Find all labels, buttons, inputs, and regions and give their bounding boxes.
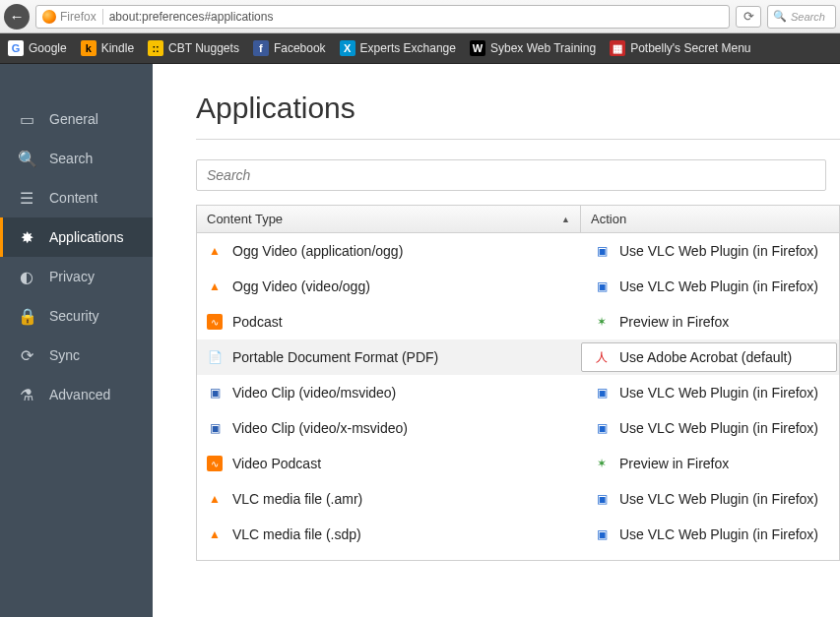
sidebar-item-label: Content [49,190,97,206]
cell-action[interactable]: ▣Use VLC Web Plugin (in Firefox) [581,243,839,259]
bookmarks-toolbar: GGooglekKindle::CBT NuggetsfFacebookXExp… [0,33,840,64]
cell-action[interactable]: ✶Preview in Firefox [581,314,839,330]
table-row[interactable]: ▲Ogg Video (video/ogg)▣Use VLC Web Plugi… [197,269,839,304]
sort-ascending-icon: ▲ [561,215,570,224]
blue-icon: ▣ [594,491,610,507]
cell-action[interactable]: 人Use Adobe Acrobat (default) [581,342,837,372]
content-type-label: Video Clip (video/x-msvideo) [232,420,408,436]
separator [102,9,103,25]
sidebar-item-general[interactable]: ▭General [0,99,153,139]
rss-icon: ∿ [207,456,223,471]
content-type-label: VLC media file (.amr) [232,491,362,507]
content-type-label: Video Clip (video/msvideo) [232,385,396,401]
cell-content-type: ▣Video Clip (video/x-msvideo) [197,420,581,436]
action-label: Use VLC Web Plugin (in Firefox) [619,526,818,542]
general-icon: ▭ [18,110,35,129]
workspace: ▭General🔍Search☰Content✸Applications◐Pri… [0,64,840,617]
applications-search-input[interactable]: Search [196,159,826,191]
sidebar-item-sync[interactable]: ⟳Sync [0,336,153,375]
bookmark-item[interactable]: GGoogle [8,40,67,56]
sidebar-item-privacy[interactable]: ◐Privacy [0,257,153,296]
privacy-icon: ◐ [18,268,35,286]
identity-label: Firefox [60,10,97,24]
sidebar-item-applications[interactable]: ✸Applications [0,217,153,257]
cell-action[interactable]: ▣Use VLC Web Plugin (in Firefox) [581,385,839,401]
bookmark-favicon: :: [148,40,163,56]
bookmark-item[interactable]: ::CBT Nuggets [148,40,239,56]
browser-navbar: ← Firefox about:preferences#applications… [0,0,840,33]
sidebar-item-label: Search [49,151,93,166]
table-row[interactable]: ▲VLC media file (.amr)▣Use VLC Web Plugi… [197,481,839,517]
table-row[interactable]: ∿Podcast✶Preview in Firefox [197,304,839,339]
sidebar-item-label: Privacy [49,269,95,284]
bookmark-favicon: f [253,40,269,56]
table-row[interactable]: ▲VLC media file (.sdp)▣Use VLC Web Plugi… [197,517,839,552]
table-row[interactable]: ♪Wave Sound (audio/wav)▣Use VLC Web Plug… [197,552,839,560]
column-label: Content Type [207,212,283,226]
bookmark-label: CBT Nuggets [168,41,239,55]
column-header-content-type[interactable]: Content Type ▲ [197,206,581,232]
cell-action[interactable]: ▣Use VLC Web Plugin (in Firefox) [581,491,839,507]
reload-button[interactable]: ⟳ [736,6,761,28]
bookmark-favicon: ▦ [610,40,625,56]
sidebar-item-content[interactable]: ☰Content [0,178,153,217]
sidebar-item-security[interactable]: 🔒Security [0,296,153,336]
table-row[interactable]: ▲Ogg Video (application/ogg)▣Use VLC Web… [197,233,839,269]
bookmark-favicon: k [81,40,97,56]
action-label: Use VLC Web Plugin (in Firefox) [619,243,818,259]
sidebar-item-search[interactable]: 🔍Search [0,139,153,178]
preferences-sidebar: ▭General🔍Search☰Content✸Applications◐Pri… [0,64,153,617]
cell-action[interactable]: ▣Use VLC Web Plugin (in Firefox) [581,420,839,436]
arrow-left-icon: ← [10,8,25,25]
blue-icon: ▣ [594,385,610,401]
action-label: Preview in Firefox [619,314,729,330]
identity-box: Firefox [42,10,97,24]
action-label: Use VLC Web Plugin (in Firefox) [619,385,818,401]
page-title: Applications [196,92,840,125]
bookmark-favicon: X [340,40,355,56]
table-row[interactable]: ▣Video Clip (video/x-msvideo)▣Use VLC We… [197,410,839,446]
cell-action[interactable]: ✶Preview in Firefox [581,456,839,471]
table-row[interactable]: 📄Portable Document Format (PDF)人Use Adob… [197,339,839,375]
cell-action[interactable]: ▣Use VLC Web Plugin (in Firefox) [581,526,839,542]
blue-icon: ▣ [594,526,610,542]
cell-content-type: ▲Ogg Video (video/ogg) [197,278,581,294]
bookmark-label: Kindle [101,41,134,55]
bookmark-label: Google [29,41,67,55]
vid-icon: ▣ [207,420,223,436]
browser-search-box[interactable]: 🔍 Search [767,5,836,29]
bookmark-item[interactable]: kKindle [81,40,134,56]
column-header-action[interactable]: Action [581,206,839,232]
sidebar-item-advanced[interactable]: ⚗Advanced [0,375,153,414]
cell-content-type: ∿Podcast [197,314,581,330]
content-type-label: Video Podcast [232,456,321,471]
action-label: Use Adobe Acrobat (default) [619,349,792,365]
firefox-icon [42,10,56,24]
sidebar-item-label: Security [49,308,99,324]
sidebar-item-label: General [49,111,98,127]
table-row[interactable]: ▣Video Clip (video/msvideo)▣Use VLC Web … [197,375,839,410]
bookmark-label: Experts Exchange [360,41,456,55]
table-body[interactable]: ▲Ogg Video (application/ogg)▣Use VLC Web… [197,233,839,560]
back-button[interactable]: ← [4,4,30,30]
url-bar[interactable]: Firefox about:preferences#applications [35,5,730,29]
bookmark-item[interactable]: fFacebook [253,40,326,56]
bookmark-item[interactable]: WSybex Web Training [470,40,596,56]
content-type-label: VLC media file (.sdp) [232,526,361,542]
bookmark-label: Facebook [274,41,326,55]
table-row[interactable]: ∿Video Podcast✶Preview in Firefox [197,446,839,481]
vlc-icon: ▲ [207,491,223,507]
vlc-icon: ▲ [207,278,223,294]
applications-table: Content Type ▲ Action ▲Ogg Video (applic… [196,205,840,561]
prev-icon: ✶ [594,314,610,330]
vlc-icon: ▲ [207,526,223,542]
pdf-icon: 📄 [207,349,223,365]
bookmark-item[interactable]: ▦Potbelly's Secret Menu [610,40,750,56]
content-type-label: Podcast [232,314,283,330]
preferences-content: Applications Search Content Type ▲ Actio… [153,64,840,617]
bookmark-item[interactable]: XExperts Exchange [340,40,456,56]
content-type-label: Portable Document Format (PDF) [232,349,438,365]
cell-action[interactable]: ▣Use VLC Web Plugin (in Firefox) [581,278,839,294]
cell-content-type: ∿Video Podcast [197,456,581,471]
search-icon: 🔍 [18,150,35,168]
